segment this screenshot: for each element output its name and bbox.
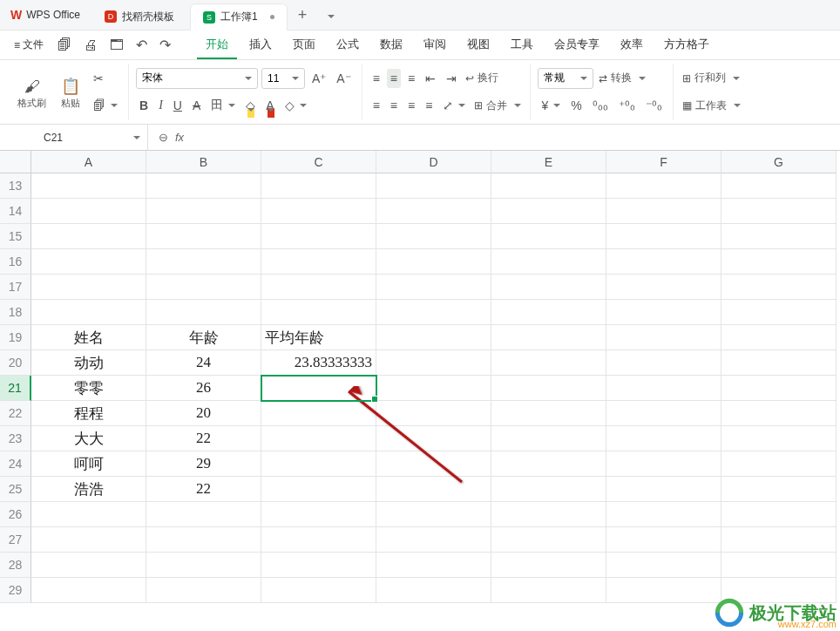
cell[interactable] [606,350,721,376]
cell[interactable]: 姓名 [31,325,146,350]
cell[interactable] [606,376,721,401]
spreadsheet-grid[interactable]: ABCDEFG13141516171819姓名年龄平均年龄20动动2423.83… [0,151,840,631]
column-header[interactable]: A [31,151,146,173]
clear-format-button[interactable]: ◇ [281,96,310,115]
menu-page[interactable]: 页面 [284,31,324,59]
increase-indent-button[interactable]: ⇥ [443,69,460,88]
align-right-button[interactable]: ≡ [404,96,418,115]
merge-cells-button[interactable]: ⊞合并 [472,96,523,116]
cell[interactable] [146,275,261,300]
fx-icon[interactable]: fx [175,131,184,144]
column-header[interactable]: B [146,151,261,173]
cell[interactable] [491,477,606,502]
menu-start[interactable]: 开始 [197,31,237,59]
cell[interactable] [146,224,261,249]
row-header[interactable]: 20 [0,350,31,376]
qat-new-icon[interactable]: 🗐 [52,34,77,57]
cell[interactable] [376,325,491,350]
menu-fanggezi[interactable]: 方方格子 [655,31,718,59]
cell[interactable] [376,451,491,477]
cell[interactable] [261,553,376,578]
cell[interactable] [721,300,837,325]
italic-button[interactable]: I [155,96,166,115]
cell[interactable] [491,300,606,325]
cell[interactable] [606,426,721,451]
cell[interactable] [376,578,491,603]
cell[interactable] [376,275,491,300]
menu-data[interactable]: 数据 [371,31,411,59]
column-header[interactable]: C [261,151,376,173]
menu-formula[interactable]: 公式 [328,31,368,59]
cell[interactable] [491,350,606,376]
border-button[interactable]: 田 [207,95,239,116]
cell[interactable] [261,426,376,451]
row-header[interactable]: 29 [0,578,31,603]
format-painter-button[interactable]: 🖌格式刷 [12,65,51,119]
comma-button[interactable]: ⁰₀₀ [589,96,612,115]
cell[interactable] [261,199,376,224]
cell[interactable]: 23.83333333 [261,350,376,376]
convert-button[interactable]: ⇄转换 [597,68,647,88]
cell[interactable] [376,553,491,578]
strike-button[interactable]: A [189,96,204,115]
cell[interactable] [376,199,491,224]
column-header[interactable]: F [606,151,721,173]
font-color-button[interactable]: A [262,96,277,115]
cell[interactable] [376,350,491,376]
increase-decimal-button[interactable]: ⁺⁰₀ [615,96,639,115]
cell[interactable] [31,275,146,300]
underline-button[interactable]: U [170,96,186,115]
tab-menu-button[interactable] [315,6,343,24]
cell[interactable] [491,451,606,477]
cell[interactable] [376,477,491,502]
decrease-font-button[interactable]: A⁻ [333,69,354,88]
cell[interactable] [606,199,721,224]
cell[interactable]: 29 [146,451,261,477]
cell[interactable] [376,502,491,527]
cell[interactable]: 24 [146,350,261,376]
cell[interactable] [146,300,261,325]
decrease-decimal-button[interactable]: ⁻⁰₀ [642,96,666,115]
formula-bar[interactable]: ⊖ fx [148,131,194,144]
select-all-corner[interactable] [0,151,31,173]
cell[interactable] [721,376,837,401]
cell[interactable] [491,224,606,249]
cell[interactable] [491,376,606,401]
row-header[interactable]: 27 [0,527,31,553]
menu-review[interactable]: 审阅 [415,31,455,59]
cell[interactable] [261,451,376,477]
cell[interactable] [606,477,721,502]
qat-undo-icon[interactable]: ↶ [131,33,152,57]
cell[interactable] [261,300,376,325]
cell[interactable] [606,249,721,275]
cell[interactable] [491,401,606,426]
font-size-select[interactable]: 11 [261,68,305,89]
row-header[interactable]: 17 [0,275,31,300]
name-box[interactable]: C21 [0,125,148,150]
menu-tools[interactable]: 工具 [502,31,542,59]
cell[interactable] [31,199,146,224]
tab-workbook[interactable]: S 工作簿1 [190,3,288,31]
cell[interactable] [31,224,146,249]
cell[interactable]: 大大 [31,426,146,451]
cell[interactable] [261,275,376,300]
cell[interactable] [721,451,837,477]
cell[interactable]: 22 [146,477,261,502]
cell[interactable] [146,199,261,224]
row-header[interactable]: 19 [0,325,31,350]
cell[interactable] [721,173,837,199]
cell[interactable] [491,553,606,578]
qat-preview-icon[interactable]: 🗔 [105,34,129,57]
cell[interactable] [721,527,837,553]
qat-redo-icon[interactable]: ↷ [154,33,176,57]
cell[interactable]: 动动 [31,350,146,376]
cell[interactable] [376,173,491,199]
font-name-select[interactable]: 宋体 [136,68,258,89]
cell[interactable] [146,173,261,199]
cell[interactable] [491,199,606,224]
cell[interactable] [491,249,606,275]
cell[interactable] [721,477,837,502]
cell[interactable] [721,426,837,451]
cell[interactable] [31,173,146,199]
cell[interactable] [146,527,261,553]
